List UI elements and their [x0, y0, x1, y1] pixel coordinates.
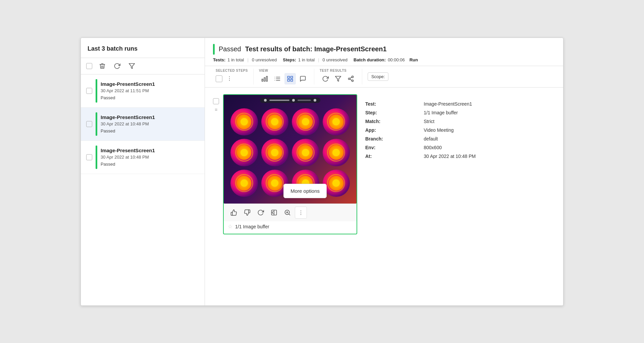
step-label-row: ☆ 1/1 Image buffer [224, 221, 357, 234]
batch-item-status: Passed [101, 95, 199, 100]
svg-marker-0 [129, 63, 135, 68]
at-value: 30 Apr 2022 at 10:48 PM [424, 152, 555, 161]
batch-item-status: Passed [101, 162, 199, 167]
tests-label: Tests: [213, 57, 225, 62]
test-label: Test: [365, 100, 424, 108]
filter-results-button[interactable] [332, 73, 344, 84]
delete-icon[interactable] [98, 61, 107, 71]
refresh-step-button[interactable] [255, 207, 267, 219]
test-results-label: TEST RESULTS [320, 69, 357, 72]
selected-steps-label: SELECTED STEPS [216, 69, 248, 72]
sun-circle [323, 108, 350, 136]
app-label: App: [365, 126, 424, 134]
svg-rect-3 [262, 79, 263, 81]
batch-item[interactable]: Image-PresentScreen1 30 Apr 2022 at 10:4… [81, 108, 205, 141]
step-card-wrapper: ≡ [213, 94, 357, 299]
more-options-button[interactable]: ⋮ More options [295, 207, 307, 219]
image-toolbar-overlay [260, 98, 320, 103]
more-options-tooltip: More options [283, 184, 327, 198]
match-label: Match: [365, 117, 424, 126]
svg-line-23 [289, 214, 290, 215]
svg-rect-10 [287, 76, 289, 78]
grid-view-button[interactable] [284, 73, 296, 84]
step-select-checkbox[interactable] [213, 98, 219, 104]
batch-item-status-bar [96, 79, 97, 103]
comments-view-button[interactable] [297, 73, 309, 84]
refresh-icon[interactable] [112, 61, 122, 71]
env-label: Env: [365, 143, 424, 152]
detail-row-branch: Branch: default [365, 134, 555, 143]
scope-button[interactable]: Scope: [368, 72, 388, 81]
batch-item-name: Image-PresentScreen1 [101, 148, 199, 153]
step-checkbox[interactable] [216, 75, 222, 82]
list-view-button[interactable] [272, 73, 283, 84]
right-header: Passed Test results of batch: Image-Pres… [205, 38, 563, 66]
compare-button[interactable] [268, 207, 280, 219]
batch-item-checkbox[interactable] [86, 154, 92, 160]
batch-item[interactable]: Image-PresentScreen1 30 Apr 2022 at 10:4… [81, 141, 205, 174]
thumbs-up-button[interactable] [228, 207, 240, 219]
drag-handle-icon[interactable]: ≡ [215, 107, 217, 112]
share-button[interactable] [345, 73, 357, 84]
detail-row-test: Test: Image-PresentScreen1 [365, 100, 555, 108]
svg-rect-13 [287, 79, 289, 81]
batch-item-checkbox[interactable] [86, 121, 92, 127]
more-icon[interactable]: ⋮ [224, 73, 235, 84]
batch-item-name: Image-PresentScreen1 [101, 114, 199, 120]
filter-icon[interactable] [127, 61, 137, 71]
svg-line-18 [350, 79, 352, 80]
star-icon[interactable]: ☆ [228, 223, 232, 230]
thumbs-down-button[interactable] [241, 207, 253, 219]
step-detail-label: Step: [365, 108, 424, 117]
refresh-results-button[interactable] [320, 73, 331, 84]
branch-label: Branch: [365, 134, 424, 143]
batch-item-status: Passed [101, 128, 199, 133]
right-header-top: Passed Test results of batch: Image-Pres… [213, 44, 555, 55]
selected-steps-section: SELECTED STEPS ⋮ [210, 69, 254, 84]
main-container: Last 3 batch runs Image-PresentScreen1 3… [80, 38, 564, 306]
detail-row-app: App: Video Meeting [365, 126, 555, 134]
branch-value: default [424, 134, 555, 143]
passed-label: Passed [219, 45, 241, 53]
detail-panel: Test: Image-PresentScreen1 Step: 1/1 Ima… [365, 94, 555, 299]
steps-total: 1 in total [298, 57, 315, 62]
step-detail-value: 1/1 Image buffer [424, 108, 555, 117]
sun-circle [292, 108, 319, 136]
steps-label: Steps: [283, 57, 296, 62]
svg-rect-12 [291, 79, 293, 81]
passed-indicator [213, 44, 215, 55]
svg-line-19 [350, 77, 352, 78]
step-action-buttons: ⋮ More options [228, 207, 307, 219]
batch-item-status-bar [96, 112, 97, 136]
env-value: 800x600 [424, 143, 555, 152]
batch-title: Test results of batch: Image-PresentScre… [245, 45, 387, 53]
batch-item-checkbox[interactable] [86, 88, 92, 94]
svg-marker-14 [335, 76, 341, 81]
sun-circle [292, 139, 319, 166]
progress-bar [269, 100, 289, 101]
batch-duration-label: Batch duration: [354, 57, 386, 62]
batch-duration: 00:00:06 [388, 57, 405, 62]
zoom-button[interactable] [281, 207, 293, 219]
steps-unresolved: 0 unresolved [323, 57, 347, 62]
batch-item-date: 30 Apr 2022 at 10:48 PM [101, 121, 199, 126]
progress-bar-2 [298, 100, 311, 101]
detail-row-match: Match: Strict [365, 117, 555, 126]
run-label: Run [410, 57, 418, 62]
app-value: Video Meeting [424, 126, 555, 134]
batch-item[interactable]: Image-PresentScreen1 30 Apr 2022 at 11:5… [81, 74, 205, 108]
step-label: 1/1 Image buffer [235, 224, 269, 229]
tests-unresolved: 0 unresolved [252, 57, 277, 62]
left-panel: Last 3 batch runs Image-PresentScreen1 3… [81, 38, 205, 305]
batch-item-date: 30 Apr 2022 at 11:51 PM [101, 88, 199, 93]
detail-row-env: Env: 800x600 [365, 143, 555, 152]
batch-list: Image-PresentScreen1 30 Apr 2022 at 11:5… [81, 74, 205, 305]
chart-view-button[interactable] [259, 73, 270, 84]
batch-item-status-bar [96, 146, 97, 169]
tests-total: 1 in total [227, 57, 244, 62]
sun-circle [230, 108, 258, 136]
sun-circle [323, 139, 350, 166]
select-all-checkbox[interactable] [86, 63, 92, 69]
left-header: Last 3 batch runs [81, 38, 205, 58]
right-panel: Passed Test results of batch: Image-Pres… [205, 38, 563, 305]
